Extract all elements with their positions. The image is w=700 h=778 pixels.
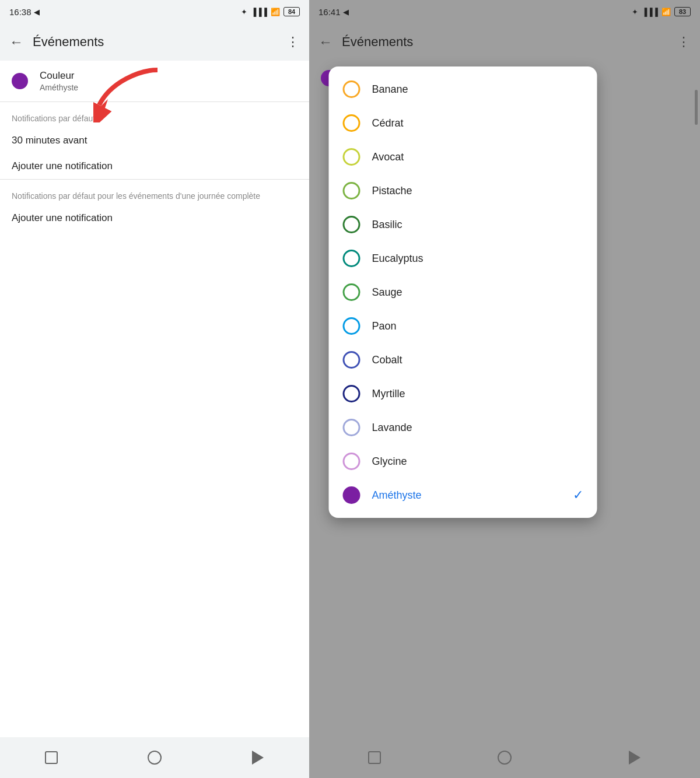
color-ring-paon [343,317,360,335]
color-picker-container: BananeCédratAvocatPistacheBasilicEucalyp… [329,61,681,518]
dropdown-label-cobalt: Cobalt [372,354,583,366]
content-area-left: Couleur Améthyste Notifications par défa… [0,61,309,737]
nav-square-right[interactable] [364,747,385,768]
time-right: 16:41 [318,7,341,17]
dropdown-label-banane: Banane [372,83,583,96]
dropdown-item-myrtille[interactable]: Myrtille [329,377,597,411]
signal-icon-right: ▐▐▐ [642,8,658,16]
color-dot-left [12,73,28,89]
color-picker-dropdown: BananeCédratAvocatPistacheBasilicEucalyp… [329,66,597,518]
battery-right: 83 [674,7,691,16]
bottom-nav-right [309,737,700,778]
add-notification-2[interactable]: Ajouter une notification [12,203,298,229]
back-button-right[interactable]: ← [318,34,332,50]
nav-back-right[interactable] [624,747,645,768]
dropdown-label-glycine: Glycine [372,455,583,468]
dropdown-label-lavande: Lavande [372,422,583,434]
all-day-label: Notifications par défaut pour les événem… [12,191,298,201]
color-ring-eucalyptus [343,250,360,267]
color-label: Couleur [40,70,78,82]
left-panel: 16:38 ◀ ✦ ▐▐▐ 📶 84 ← Événements ⋮ Couleu… [0,0,309,778]
color-row[interactable]: Couleur Améthyste [0,61,309,102]
dropdown-item-pistache[interactable]: Pistache [329,174,597,208]
checkmark-amethyste: ✓ [573,488,583,503]
color-ring-pistache [343,182,360,199]
status-bar-left: 16:38 ◀ ✦ ▐▐▐ 📶 84 [0,0,309,23]
right-panel-bg: BananeCédratAvocatPistacheBasilicEucalyp… [309,61,700,737]
time-left: 16:38 [9,7,32,17]
nav-circle-right[interactable] [494,747,515,768]
scroll-indicator [695,90,698,125]
color-ring-lavande [343,419,360,436]
nav-back-left[interactable] [247,747,268,768]
battery-left: 84 [284,7,300,16]
app-bar-right: ← Événements ⋮ [309,23,700,61]
more-options-right[interactable]: ⋮ [677,34,691,50]
dropdown-label-cedrat: Cédrat [372,117,583,129]
dropdown-item-paon[interactable]: Paon [329,309,597,343]
page-title-left: Événements [33,34,277,50]
nav-icon-right: ◀ [343,8,349,16]
notifications-label: Notifications par défaut [12,114,298,123]
dropdown-label-eucalyptus: Eucalyptus [372,253,583,265]
dropdown-item-cobalt[interactable]: Cobalt [329,343,597,377]
dropdown-label-pistache: Pistache [372,185,583,197]
back-button-left[interactable]: ← [9,34,23,50]
more-options-left[interactable]: ⋮ [286,34,300,50]
wifi-icon-right: 📶 [662,8,671,16]
dropdown-item-sauge[interactable]: Sauge [329,275,597,309]
dropdown-label-myrtille: Myrtille [372,388,583,400]
nav-circle-left[interactable] [144,747,165,768]
bluetooth-icon-right: ✦ [632,8,638,16]
signal-icon: ▐▐▐ [251,8,267,16]
dropdown-label-avocat: Avocat [372,151,583,163]
color-ring-basilic [343,216,360,233]
color-ring-banane [343,80,360,98]
wifi-icon: 📶 [271,8,280,16]
status-bar-right: 16:41 ◀ ✦ ▐▐▐ 📶 83 [309,0,700,23]
bottom-nav-left [0,737,309,778]
dropdown-label-amethyste: Améthyste [372,489,561,502]
dropdown-item-lavande[interactable]: Lavande [329,411,597,444]
nav-square-left[interactable] [41,747,62,768]
color-ring-amethyste [343,486,360,504]
color-ring-avocat [343,148,360,166]
dropdown-item-avocat[interactable]: Avocat [329,140,597,174]
nav-icon-left: ◀ [34,8,40,16]
color-text: Couleur Améthyste [40,70,78,92]
dropdown-item-banane[interactable]: Banane [329,72,597,106]
dropdown-label-basilic: Basilic [372,219,583,231]
dropdown-item-basilic[interactable]: Basilic [329,208,597,241]
color-ring-glycine [343,453,360,470]
notifications-section: Notifications par défaut 30 minutes avan… [0,102,309,179]
right-panel: 16:41 ◀ ✦ ▐▐▐ 📶 83 ← Événements ⋮ Banane… [309,0,700,778]
dropdown-label-sauge: Sauge [372,286,583,299]
color-ring-sauge [343,283,360,301]
color-ring-cobalt [343,351,360,369]
notification-time[interactable]: 30 minutes avant [12,125,298,151]
dropdown-label-paon: Paon [372,320,583,332]
color-ring-cedrat [343,114,360,132]
color-value: Améthyste [40,83,78,92]
bluetooth-icon: ✦ [241,8,247,16]
dropdown-item-glycine[interactable]: Glycine [329,444,597,478]
color-ring-myrtille [343,385,360,402]
dropdown-item-amethyste[interactable]: Améthyste✓ [329,478,597,512]
add-notification-1[interactable]: Ajouter une notification [12,151,298,177]
dropdown-item-cedrat[interactable]: Cédrat [329,106,597,140]
all-day-section: Notifications par défaut pour les événem… [0,180,309,231]
dropdown-item-eucalyptus[interactable]: Eucalyptus [329,241,597,275]
app-bar-left: ← Événements ⋮ [0,23,309,61]
page-title-right: Événements [342,34,668,50]
